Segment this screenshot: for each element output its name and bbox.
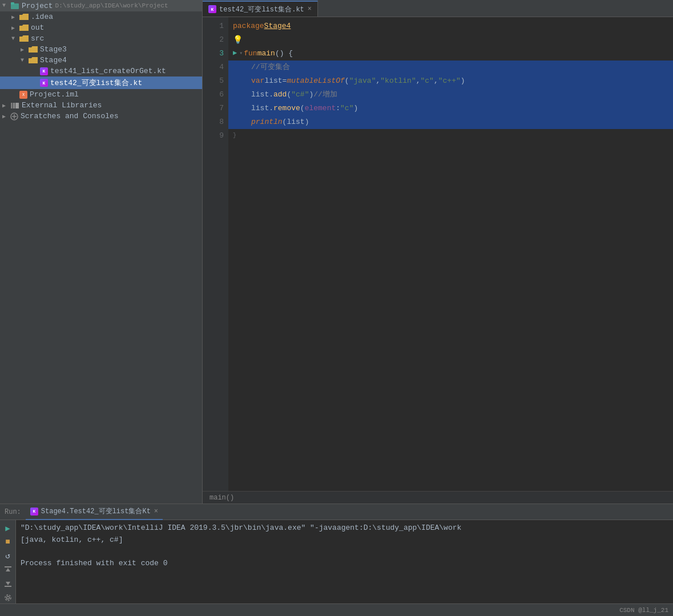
folder-icon (19, 24, 29, 31)
sidebar-item-label: Stage3 (40, 45, 67, 54)
status-bar: CSDN @ll_j_21 (0, 603, 673, 616)
svg-marker-11 (6, 582, 10, 585)
expand-arrow (21, 57, 27, 64)
svg-point-12 (6, 596, 9, 599)
status-bar-text: CSDN @ll_j_21 (619, 607, 668, 614)
run-tab-label: Stage4.Test42_可变list集合Kt (41, 506, 151, 516)
scratches-icon (10, 112, 18, 120)
expand-arrow (11, 35, 18, 42)
code-line-3: ▶ ▾ fun main() { (228, 47, 673, 61)
run-body: ▶ ■ ↺ (0, 520, 673, 603)
run-scroll-up-btn[interactable] (2, 564, 14, 575)
expand-arrow (2, 102, 9, 109)
xml-icon: X (19, 91, 27, 99)
svg-rect-10 (5, 586, 11, 587)
editor-footer: main() (203, 491, 673, 504)
code-line-8: println(list) (228, 115, 673, 129)
kotlin-icon: K (40, 79, 48, 87)
run-stop-btn[interactable]: ■ (2, 536, 14, 547)
sidebar-item-label: Project.iml (30, 90, 79, 99)
code-lines: package Stage4 💡 ▶ ▾ fun main() { //可变集合 (228, 17, 673, 491)
expand-arrow (11, 25, 18, 31)
svg-rect-1 (11, 2, 14, 5)
svg-rect-8 (5, 566, 11, 567)
run-tab-active[interactable]: K Stage4.Test42_可变list集合Kt × (26, 504, 163, 520)
run-output-line-3 (21, 546, 668, 558)
run-output-line-1: "D:\study_app\IDEA\work\IntelliJ IDEA 20… (21, 522, 668, 534)
run-play-btn[interactable]: ▶ (2, 522, 14, 534)
run-tabs: Run: K Stage4.Test42_可变list集合Kt × (0, 504, 673, 520)
svg-rect-2 (11, 103, 13, 108)
run-toolbar: ▶ ■ ↺ (0, 520, 16, 603)
run-output: "D:\study_app\IDEA\work\IntelliJ IDEA 20… (16, 520, 673, 603)
project-sidebar: Project D:\study_app\IDEA\work\Project .… (0, 0, 203, 504)
library-icon (10, 102, 19, 110)
sidebar-item-src[interactable]: src (0, 33, 202, 44)
sidebar-item-project-iml[interactable]: X Project.iml (0, 89, 202, 100)
sidebar-item-label: test41_list_createOrGet.kt (50, 67, 166, 75)
run-scroll-down-btn[interactable] (2, 578, 14, 589)
expand-arrow (2, 113, 9, 120)
gear-icon (4, 594, 12, 602)
sidebar-item-label: Project (22, 2, 53, 10)
sidebar-item-scratches[interactable]: Scratches and Consoles (0, 111, 202, 122)
svg-marker-9 (6, 568, 10, 571)
code-line-5: var list= mutableListOf("java","kotlin",… (228, 74, 673, 88)
code-line-6: list.add("c#") //增加 (228, 88, 673, 102)
editor-area: K test42_可变list集合.kt × 1 2 3 4 5 6 7 8 9 (203, 0, 673, 504)
folder-icon (19, 13, 29, 21)
svg-point-13 (5, 595, 11, 601)
sidebar-item-test41[interactable]: K test41_list_createOrGet.kt (0, 66, 202, 77)
run-label: Run: (5, 508, 21, 516)
sidebar-item-stage3[interactable]: Stage3 (0, 44, 202, 55)
expand-arrow (2, 2, 9, 9)
code-line-9: } (228, 129, 673, 143)
run-gutter-icon[interactable]: ▶ (233, 48, 237, 59)
sidebar-item-label: Stage4 (40, 56, 67, 65)
editor-tab-bar: K test42_可变list集合.kt × (203, 0, 673, 17)
sidebar-item-label: External Libraries (22, 101, 102, 110)
folder-icon (29, 46, 38, 53)
scroll-up-icon (4, 566, 12, 574)
sidebar-item-out[interactable]: out (0, 22, 202, 33)
run-tab-close-btn[interactable]: × (154, 508, 158, 516)
expand-arrow (11, 14, 18, 21)
run-settings-btn[interactable] (2, 592, 14, 603)
scroll-down-icon (4, 579, 12, 587)
code-line-2: 💡 (228, 33, 673, 47)
code-editor[interactable]: 1 2 3 4 5 6 7 8 9 package Stage4 💡 (203, 17, 673, 491)
sidebar-item-project-root[interactable]: Project D:\study_app\IDEA\work\Project (0, 0, 202, 11)
run-output-line-4: Process finished with exit code 0 (21, 558, 668, 570)
sidebar-item-stage4[interactable]: Stage4 (0, 55, 202, 66)
kotlin-icon: K (40, 67, 48, 75)
run-rerun-btn[interactable]: ↺ (2, 550, 14, 562)
code-line-4: //可变集合 (228, 61, 673, 74)
sidebar-item-label: .idea (31, 13, 53, 21)
sidebar-item-label: out (31, 23, 44, 32)
sidebar-item-label: Scratches and Consoles (21, 112, 119, 120)
sidebar-item-idea[interactable]: .idea (0, 11, 202, 22)
editor-footer-text: main() (209, 494, 234, 502)
sidebar-item-label: test42_可变list集合.kt (50, 78, 142, 88)
folder-open-icon (19, 35, 29, 42)
sidebar-item-label: src (31, 34, 44, 43)
fold-icon-close[interactable]: } (233, 131, 236, 140)
sidebar-item-external-libraries[interactable]: External Libraries (0, 100, 202, 111)
line-numbers: 1 2 3 4 5 6 7 8 9 (203, 17, 228, 491)
svg-rect-4 (15, 103, 19, 108)
project-icon (10, 1, 19, 10)
bulb-icon: 💡 (233, 34, 243, 46)
expand-arrow (21, 46, 27, 53)
code-line-7: list.remove( element: "c") (228, 102, 673, 115)
project-path: D:\study_app\IDEA\work\Project (55, 2, 168, 9)
folder-open-icon (29, 57, 38, 64)
fold-icon[interactable]: ▾ (239, 49, 243, 58)
run-output-line-2: [java, kotlin, c++, c#] (21, 534, 668, 546)
sidebar-item-test42[interactable]: K test42_可变list集合.kt (0, 77, 202, 89)
svg-rect-3 (13, 103, 15, 108)
code-line-1: package Stage4 (228, 19, 673, 33)
tab-close-btn[interactable]: × (308, 5, 312, 13)
editor-tab-active[interactable]: K test42_可变list集合.kt × (203, 1, 318, 17)
run-panel: Run: K Stage4.Test42_可变list集合Kt × ▶ ■ ↺ (0, 504, 673, 603)
run-tab-kotlin-icon: K (30, 508, 38, 516)
